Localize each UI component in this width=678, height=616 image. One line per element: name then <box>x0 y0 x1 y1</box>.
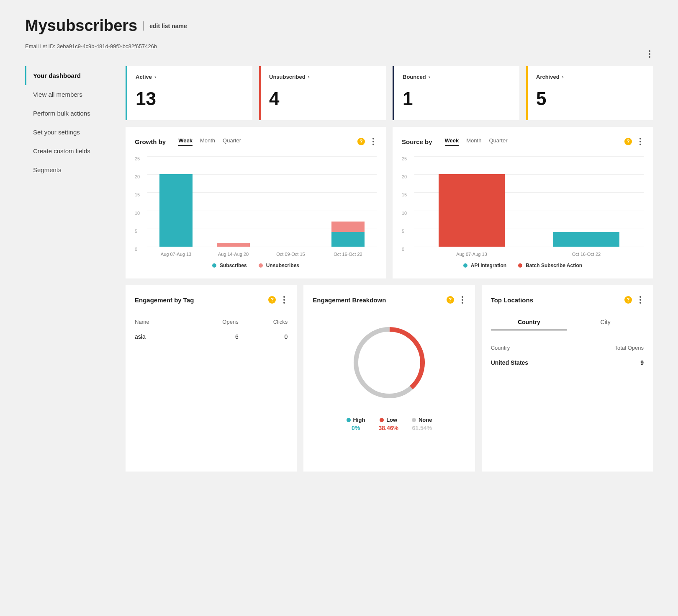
y-tick: 5 <box>135 229 145 234</box>
y-tick: 25 <box>135 156 145 161</box>
help-icon[interactable]: ? <box>447 296 454 304</box>
legend-dot-icon <box>412 418 416 422</box>
col-clicks: Clicks <box>239 314 288 329</box>
chevron-right-icon: › <box>429 74 430 80</box>
stat-card-archived[interactable]: Archived ›5 <box>526 66 653 120</box>
help-icon[interactable]: ? <box>624 296 632 304</box>
legend-dot-icon <box>463 263 467 268</box>
legend-dot-icon <box>259 263 263 268</box>
engagement-donut-legend: High0%Low38.46%None61.54% <box>313 417 465 431</box>
legend-dot-icon <box>212 263 216 268</box>
x-label: Oct 16-Oct 22 <box>529 252 644 257</box>
engagement-tag-title: Engagement by Tag <box>135 296 194 304</box>
source-bar-chart: 0510152025Aug 07-Aug 13Oct 16-Oct 22 <box>402 156 644 257</box>
y-tick: 25 <box>402 156 412 161</box>
sidebar: Your dashboardView all membersPerform bu… <box>25 66 109 472</box>
divider <box>143 21 144 31</box>
y-tick: 5 <box>402 229 412 234</box>
growth-period-tabs: WeekMonthQuarter <box>178 137 241 146</box>
source-card-title: Source by <box>402 138 432 145</box>
bar-segment <box>159 174 193 247</box>
y-tick: 10 <box>135 211 145 216</box>
legend-dot-icon <box>518 263 522 268</box>
growth-card: Growth by WeekMonthQuarter ? 0510152025A… <box>126 127 386 278</box>
location-tab-city[interactable]: City <box>567 314 644 330</box>
bar-segment <box>217 243 250 247</box>
bar-segment <box>553 232 620 247</box>
chevron-right-icon: › <box>308 74 310 80</box>
x-label: Aug 14-Aug 20 <box>205 252 262 257</box>
loc-col-opens: Total Opens <box>577 341 644 354</box>
period-tab-month[interactable]: Month <box>466 137 481 146</box>
top-locations-card: Top Locations ? CountryCity Country Tota… <box>482 285 653 472</box>
donut-segment <box>356 329 422 396</box>
sidebar-item-0[interactable]: Your dashboard <box>25 66 109 85</box>
stat-value: 5 <box>536 88 645 109</box>
help-icon[interactable]: ? <box>624 138 632 145</box>
stat-label: Archived › <box>536 74 645 80</box>
bar-group <box>147 156 205 247</box>
bar-segment <box>331 222 365 232</box>
help-icon[interactable]: ? <box>268 296 276 304</box>
top-locations-menu-icon[interactable] <box>637 294 644 306</box>
y-tick: 10 <box>402 211 412 216</box>
stat-label: Unsubscribed › <box>269 74 378 80</box>
period-tab-week[interactable]: Week <box>445 137 459 146</box>
bar-group <box>205 156 262 247</box>
period-tab-week[interactable]: Week <box>178 137 193 146</box>
period-tab-quarter[interactable]: Quarter <box>489 137 507 146</box>
engagement-breakdown-menu-icon[interactable] <box>459 294 466 306</box>
legend-dot-icon <box>380 418 384 422</box>
loc-col-country: Country <box>491 341 577 354</box>
engagement-donut-chart <box>313 319 465 407</box>
help-icon[interactable]: ? <box>357 138 365 145</box>
col-opens: Opens <box>184 314 239 329</box>
table-row: United States9 <box>491 354 644 371</box>
bar-group <box>414 156 529 247</box>
x-label: Aug 07-Aug 13 <box>414 252 529 257</box>
stat-value: 1 <box>403 88 511 109</box>
top-locations-title: Top Locations <box>491 296 533 304</box>
sidebar-item-4[interactable]: Create custom fields <box>25 142 109 160</box>
chevron-right-icon: › <box>154 74 156 80</box>
page-menu-kebab-icon[interactable] <box>646 48 653 60</box>
y-tick: 20 <box>402 174 412 179</box>
period-tab-quarter[interactable]: Quarter <box>223 137 241 146</box>
sidebar-item-1[interactable]: View all members <box>25 85 109 104</box>
y-tick: 15 <box>402 192 412 197</box>
stat-card-bounced[interactable]: Bounced ›1 <box>393 66 519 120</box>
edit-list-name-link[interactable]: edit list name <box>149 23 187 29</box>
source-card-menu-icon[interactable] <box>637 135 644 148</box>
sidebar-item-5[interactable]: Segments <box>25 160 109 179</box>
stat-cards-row: Active ›13Unsubscribed ›4Bounced ›1Archi… <box>126 66 653 120</box>
stat-card-unsubscribed[interactable]: Unsubscribed ›4 <box>259 66 386 120</box>
legend-item: Unsubscribes <box>259 263 299 268</box>
legend-dot-icon <box>347 418 351 422</box>
sidebar-item-2[interactable]: Perform bulk actions <box>25 104 109 123</box>
bar-segment <box>439 174 505 247</box>
engagement-breakdown-title: Engagement Breakdown <box>313 296 386 304</box>
engagement-tag-table: Name Opens Clicks asia60 <box>135 314 288 344</box>
x-label: Oct 16-Oct 22 <box>319 252 377 257</box>
legend-item: Subscribes <box>212 263 247 268</box>
growth-card-menu-icon[interactable] <box>370 135 377 148</box>
engagement-tag-menu-icon[interactable] <box>281 294 288 306</box>
stat-card-active[interactable]: Active ›13 <box>126 66 252 120</box>
y-tick: 15 <box>135 192 145 197</box>
page-title: Mysubscribers <box>25 17 137 35</box>
location-tabs: CountryCity <box>491 314 644 330</box>
source-card: Source by WeekMonthQuarter ? 0510152025A… <box>393 127 653 278</box>
x-label: Aug 07-Aug 13 <box>147 252 205 257</box>
bar-group <box>262 156 319 247</box>
sidebar-item-3[interactable]: Set your settings <box>25 123 109 142</box>
stat-value: 4 <box>269 88 378 109</box>
engagement-by-tag-card: Engagement by Tag ? Name Opens Clicks as… <box>126 285 297 472</box>
legend-item: Batch Subscribe Action <box>518 263 582 268</box>
period-tab-month[interactable]: Month <box>200 137 215 146</box>
stat-label: Bounced › <box>403 74 511 80</box>
table-row: asia60 <box>135 329 288 344</box>
y-tick: 20 <box>135 174 145 179</box>
donut-legend-item: Low38.46% <box>378 417 398 431</box>
location-tab-country[interactable]: Country <box>491 314 568 330</box>
donut-legend-item: High0% <box>347 417 365 431</box>
